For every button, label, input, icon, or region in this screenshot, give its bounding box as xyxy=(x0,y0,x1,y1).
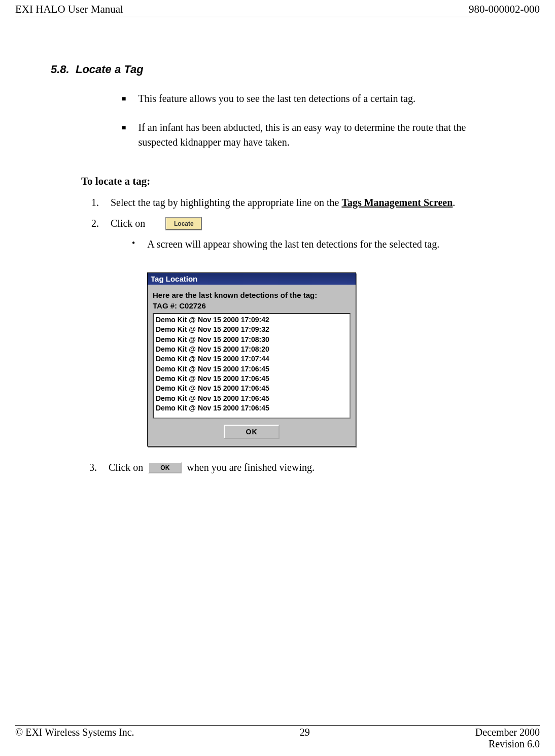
step-2-sub-text: A screen will appear showing the last te… xyxy=(147,236,439,252)
list-item[interactable]: Demo Kit @ Nov 15 2000 17:06:45 xyxy=(156,403,348,413)
step-number: 1. xyxy=(91,195,111,211)
header-left: EXI HALO User Manual xyxy=(15,3,123,16)
intro-bullet-text: This feature allows you to see the last … xyxy=(138,91,415,106)
disc-bullet-icon: • xyxy=(132,236,135,252)
page-footer: © EXI Wireless Systems Inc. 29 December … xyxy=(15,725,540,750)
section-number: 5.8. xyxy=(51,63,70,76)
tag-location-dialog: Tag Location Here are the last known det… xyxy=(147,272,356,446)
intro-bullet: ■ This feature allows you to see the las… xyxy=(122,91,504,106)
list-item[interactable]: Demo Kit @ Nov 15 2000 17:06:45 xyxy=(156,384,348,393)
step-2: 2. Click on Locate xyxy=(91,216,504,231)
step-3-text-b: when you are finished viewing. xyxy=(187,462,315,473)
footer-left: © EXI Wireless Systems Inc. xyxy=(15,727,134,738)
step-2-text: Click on xyxy=(111,216,145,231)
list-item[interactable]: Demo Kit @ Nov 15 2000 17:07:44 xyxy=(156,354,348,364)
ok-button-inline[interactable]: OK xyxy=(148,462,182,473)
page-header: EXI HALO User Manual 980-000002-000 xyxy=(15,0,540,17)
square-bullet-icon: ■ xyxy=(122,93,126,106)
detections-listbox[interactable]: Demo Kit @ Nov 15 2000 17:09:42 Demo Kit… xyxy=(153,313,351,419)
list-item[interactable]: Demo Kit @ Nov 15 2000 17:08:30 xyxy=(156,335,348,345)
step-number: 3. xyxy=(89,462,109,473)
header-right: 980-000002-000 xyxy=(469,3,540,16)
intro-bullet: ■ If an infant has been abducted, this i… xyxy=(122,120,504,150)
dialog-titlebar: Tag Location xyxy=(148,273,356,285)
dialog-tag-id: TAG #: C02726 xyxy=(153,301,351,310)
section-title: 5.8. Locate a Tag xyxy=(51,63,504,76)
intro-bullet-text: If an infant has been abducted, this is … xyxy=(138,120,504,150)
list-item[interactable]: Demo Kit @ Nov 15 2000 17:06:45 xyxy=(156,394,348,403)
step-number: 2. xyxy=(91,216,111,231)
list-item[interactable]: Demo Kit @ Nov 15 2000 17:09:42 xyxy=(156,315,348,325)
list-item[interactable]: Demo Kit @ Nov 15 2000 17:08:20 xyxy=(156,345,348,354)
footer-page-number: 29 xyxy=(300,727,310,738)
section-name: Locate a Tag xyxy=(76,63,144,76)
locate-button[interactable]: Locate xyxy=(165,217,202,230)
step-3-text-a: Click on xyxy=(109,462,143,473)
square-bullet-icon: ■ xyxy=(122,122,126,150)
step-2-sub: • A screen will appear showing the last … xyxy=(132,236,504,252)
list-item[interactable]: Demo Kit @ Nov 15 2000 17:09:32 xyxy=(156,325,348,334)
footer-revision: Revision 6.0 xyxy=(15,738,540,750)
list-item[interactable]: Demo Kit @ Nov 15 2000 17:06:45 xyxy=(156,364,348,374)
list-item[interactable]: Demo Kit @ Nov 15 2000 17:06:45 xyxy=(156,374,348,384)
step-3: 3. Click on OK when you are finished vie… xyxy=(89,462,504,473)
step-1: 1. Select the tag by highlighting the ap… xyxy=(91,195,504,211)
ok-button[interactable]: OK xyxy=(224,425,280,439)
procedure-heading: To locate a tag: xyxy=(81,175,504,188)
footer-date: December 2000 xyxy=(475,727,540,738)
dialog-heading: Here are the last known detections of th… xyxy=(153,291,351,299)
step-1-text: Select the tag by highlighting the appro… xyxy=(111,195,455,211)
